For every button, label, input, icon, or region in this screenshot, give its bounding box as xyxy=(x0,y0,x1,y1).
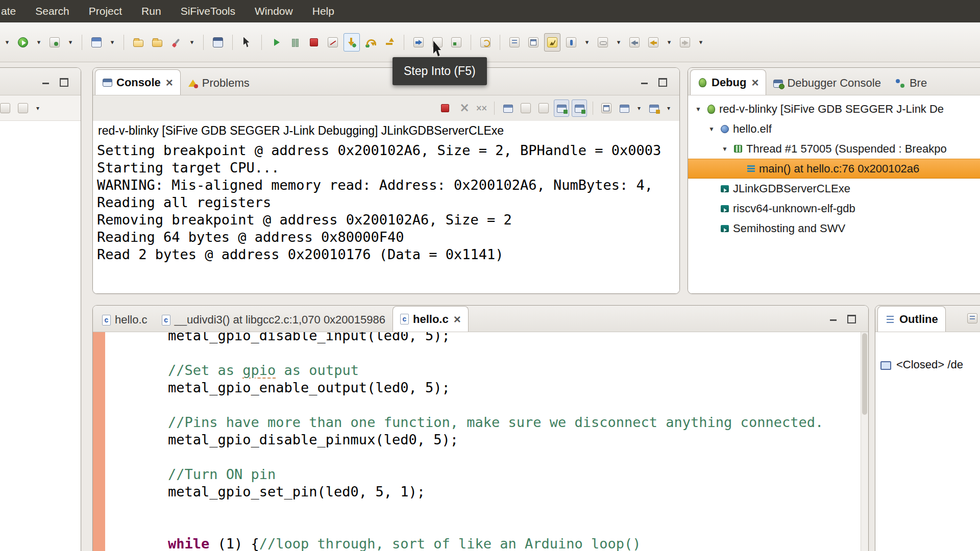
maximize-icon[interactable] xyxy=(57,77,69,87)
open-project-button[interactable] xyxy=(130,33,146,52)
menu-item-run[interactable]: Run xyxy=(141,5,161,17)
editor-scrollbar[interactable] xyxy=(861,332,868,551)
close-icon[interactable]: × xyxy=(751,78,758,88)
editor-tab-udivdi3-at-libgcc2-c-1-070-0x20015986[interactable]: __udivdi3() at libgcc2.c:1,070 0x2001598… xyxy=(155,308,393,332)
launch-history-button[interactable] xyxy=(506,33,523,52)
resume-button[interactable] xyxy=(268,33,284,52)
editor-tab-hello-c[interactable]: hello.c xyxy=(95,308,155,332)
view-menu-icon[interactable] xyxy=(967,313,977,323)
instruction-stepping-button[interactable] xyxy=(448,33,464,52)
outline-toolbar-cut xyxy=(967,313,977,323)
expander-icon[interactable]: ▼ xyxy=(706,126,717,133)
trace-compass-button[interactable] xyxy=(544,33,560,52)
debug-tree-item-selected[interactable]: main() at hello.c:76 0x200102a6 xyxy=(688,159,980,179)
menu-item-project[interactable]: Project xyxy=(89,5,122,17)
debug-tree-item[interactable]: ▼hello.elf xyxy=(688,119,980,139)
console-tab-problems[interactable]: Problems xyxy=(181,71,257,95)
disconnect-button[interactable] xyxy=(325,33,341,52)
pin-editor-button[interactable] xyxy=(563,33,579,52)
outline-item[interactable]: <Closed> /de xyxy=(875,356,980,374)
scroll-lock-button[interactable] xyxy=(518,99,533,117)
maximize-icon[interactable] xyxy=(845,313,857,323)
open-console-button[interactable] xyxy=(646,99,662,117)
open-console-view-button[interactable] xyxy=(210,33,226,52)
debug-tree-item[interactable]: ▼Thread #1 57005 (Suspended : Breakpo xyxy=(688,139,980,159)
left-view-tool-2[interactable] xyxy=(15,99,31,117)
console-line: Reading 64 bytes @ address 0x80000F40 xyxy=(97,229,675,246)
menu-item-ate[interactable]: ate xyxy=(1,5,16,17)
debug-tree-item[interactable]: JLinkGDBServerCLExe xyxy=(688,179,980,198)
debug-tree-item[interactable]: Semihosting and SWV xyxy=(688,218,980,238)
run-button[interactable] xyxy=(15,33,31,52)
new-folder-button[interactable] xyxy=(149,33,165,52)
close-icon[interactable]: × xyxy=(166,78,173,88)
scrollbar-thumb[interactable] xyxy=(862,333,867,415)
word-wrap-button[interactable] xyxy=(536,99,551,117)
code-area[interactable]: metal_gpio_disable_input(led0, 5); //Set… xyxy=(105,332,861,551)
code-line xyxy=(168,396,861,414)
outline-tab-outline[interactable]: Outline xyxy=(877,306,946,332)
new-window-button[interactable] xyxy=(525,33,542,52)
open-perspective-button[interactable] xyxy=(88,33,105,52)
show-stderr-button[interactable] xyxy=(572,99,587,117)
external-tools-dropdown[interactable]: ▾ xyxy=(187,33,197,52)
console-tab-console[interactable]: Console× xyxy=(95,69,181,95)
display-selected-console-button[interactable] xyxy=(617,99,632,117)
link-with-editor-button[interactable] xyxy=(595,33,611,52)
open-console-dropdown[interactable]: ▾ xyxy=(664,99,673,117)
restart-button[interactable] xyxy=(477,33,494,52)
debug-tab-debugger-console[interactable]: Debugger Console xyxy=(766,71,888,95)
suspend-button[interactable] xyxy=(287,33,303,52)
forward-dropdown[interactable]: ▾ xyxy=(696,33,706,52)
pin-dropdown[interactable]: ▾ xyxy=(582,33,592,52)
minimize-icon[interactable] xyxy=(40,77,52,87)
step-into-button[interactable] xyxy=(344,33,360,52)
run-dropdown[interactable]: ▾ xyxy=(34,33,44,52)
debug-tree-item[interactable]: ▼red-v-blinky [SiFive GDB SEGGER J-Link … xyxy=(688,99,980,119)
expander-icon[interactable]: ▼ xyxy=(693,106,703,113)
debug-tab-debug[interactable]: Debug× xyxy=(690,69,766,95)
skip-breakpoints-button[interactable] xyxy=(410,33,427,52)
editor-tab-hello-c[interactable]: hello.c× xyxy=(393,306,469,332)
left-view-menu-dropdown[interactable]: ▾ xyxy=(33,99,42,117)
clear-console-button[interactable] xyxy=(500,99,516,117)
code-line: //Set as gpio as output xyxy=(168,362,861,379)
minimize-icon[interactable] xyxy=(639,77,651,87)
forward-button[interactable] xyxy=(677,33,693,52)
close-icon[interactable]: × xyxy=(454,314,461,324)
step-return-button[interactable] xyxy=(381,33,398,52)
display-console-dropdown[interactable]: ▾ xyxy=(634,99,644,117)
remove-all-launches-button[interactable] xyxy=(473,99,488,117)
menu-item-sifivetools[interactable]: SiFiveTools xyxy=(181,5,235,17)
minimize-icon[interactable] xyxy=(827,313,840,323)
back-dropdown[interactable]: ▾ xyxy=(664,33,674,52)
remove-launch-button[interactable] xyxy=(455,99,471,117)
expander-icon[interactable]: ▼ xyxy=(720,145,730,153)
left-view-tool-1[interactable] xyxy=(0,99,13,117)
console-content[interactable]: red-v-blinky [SiFive GDB SEGGER J-Link D… xyxy=(93,121,679,293)
debug-tree-item[interactable]: riscv64-unknown-elf-gdb xyxy=(688,198,980,218)
step-over-button[interactable] xyxy=(362,33,379,52)
toolbar-dropdown-1[interactable]: ▾ xyxy=(2,33,12,52)
tree-item-label: Thread #1 57005 (Suspended : Breakpo xyxy=(746,142,947,156)
maximize-icon[interactable] xyxy=(656,77,668,87)
debug-tab-bre[interactable]: Bre xyxy=(888,71,934,95)
menu-item-search[interactable]: Search xyxy=(35,5,69,17)
remove-all-icon xyxy=(476,103,486,113)
last-edit-location-button[interactable] xyxy=(645,33,662,52)
profile-button[interactable] xyxy=(46,33,63,52)
profile-dropdown[interactable]: ▾ xyxy=(65,33,76,52)
terminate-process-button[interactable] xyxy=(437,99,453,117)
menu-item-window[interactable]: Window xyxy=(255,5,293,17)
terminate-button[interactable] xyxy=(306,33,322,52)
open-console-new-view-button[interactable] xyxy=(599,99,614,117)
show-stdout-button[interactable] xyxy=(554,99,569,117)
editor-window-buttons xyxy=(827,313,857,323)
external-tools-button[interactable] xyxy=(168,33,184,52)
link-dropdown[interactable]: ▾ xyxy=(614,33,624,52)
perspective-dropdown[interactable]: ▾ xyxy=(107,33,117,52)
c-file-icon xyxy=(400,314,409,324)
pointer-mode-button[interactable] xyxy=(239,33,255,52)
menu-item-help[interactable]: Help xyxy=(312,5,334,17)
back-button[interactable] xyxy=(626,33,643,52)
